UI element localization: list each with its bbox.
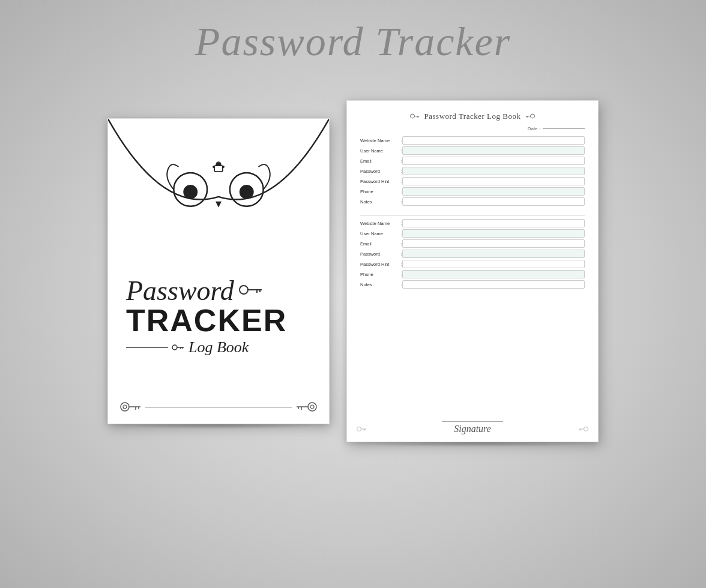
field-input-email-1[interactable] <box>402 157 585 165</box>
svg-point-21 <box>308 403 316 411</box>
cover-logbook-label: Log Book <box>189 338 249 356</box>
bottom-key-left-icon <box>120 401 142 413</box>
svg-point-38 <box>584 427 588 431</box>
cover-password-label: Password <box>126 277 263 305</box>
field-label-notes-1: Notes: <box>360 199 402 205</box>
date-line: Date : <box>360 126 585 131</box>
book-cover: Password TRACKER <box>107 118 330 424</box>
field-row-password-2: Password: <box>360 250 585 258</box>
field-row-phone-1: Phone: <box>360 187 585 196</box>
entry-block-1: Website Name: User Name: Email: Password… <box>360 136 585 208</box>
svg-point-3 <box>240 185 254 199</box>
field-label-password-2: Password: <box>360 251 402 257</box>
date-underline <box>543 128 585 129</box>
svg-rect-4 <box>214 166 223 172</box>
entry-divider <box>360 215 585 216</box>
svg-point-16 <box>121 403 129 411</box>
field-input-hint-2[interactable] <box>402 260 585 268</box>
field-row-username-2: User Name: <box>360 229 585 238</box>
field-label-email-1: Email: <box>360 158 402 164</box>
book-interior-wrapper: Password Tracker Log Book Date : <box>346 100 599 447</box>
main-title: Password Tracker <box>195 18 511 65</box>
field-row-notes-2: Notes: <box>360 280 585 289</box>
interior-title-row: Password Tracker Log Book <box>360 112 585 121</box>
header-key-right-icon <box>525 113 535 120</box>
field-row-phone-2: Phone: <box>360 270 585 278</box>
field-input-phone-1[interactable] <box>402 187 585 196</box>
cover-bottom-bar <box>108 401 329 413</box>
field-row-website-2: Website Name: <box>360 219 585 227</box>
interior-header: Password Tracker Log Book <box>360 112 585 121</box>
signature-label: Signature <box>442 421 503 434</box>
cover-text-area: Password TRACKER <box>108 239 329 395</box>
svg-point-1 <box>183 185 198 199</box>
field-input-hint-1[interactable] <box>402 177 585 185</box>
field-input-email-2[interactable] <box>402 239 585 248</box>
cover-tracker-label: TRACKER <box>126 305 287 336</box>
books-container: Password TRACKER <box>107 82 599 447</box>
field-label-website-1: Website Name: <box>360 138 402 143</box>
footer-key-left-icon <box>357 424 367 434</box>
svg-point-22 <box>310 405 314 409</box>
field-label-phone-1: Phone: <box>360 189 402 194</box>
owl-decoration <box>108 119 329 239</box>
field-row-email-1: Email: <box>360 157 585 165</box>
book-cover-wrapper: Password TRACKER <box>107 118 330 429</box>
interior-title-text: Password Tracker Log Book <box>424 112 521 121</box>
field-input-password-2[interactable] <box>402 250 585 258</box>
svg-point-17 <box>123 405 127 409</box>
field-row-hint-2: Password Hint: <box>360 260 585 268</box>
field-input-username-1[interactable] <box>402 146 585 155</box>
field-row-email-2: Email: <box>360 239 585 248</box>
field-label-password-1: Password: <box>360 169 402 174</box>
field-input-website-2[interactable] <box>402 219 585 227</box>
cover-logbook-line: Log Book <box>126 338 249 356</box>
svg-point-34 <box>357 427 361 431</box>
bottom-key-right-icon <box>295 401 317 413</box>
date-label: Date : <box>528 126 540 131</box>
field-label-phone-2: Phone: <box>360 272 402 277</box>
field-row-password-1: Password: <box>360 167 585 175</box>
field-label-notes-2: Notes: <box>360 282 402 287</box>
svg-point-30 <box>531 114 535 118</box>
field-row-notes-1: Notes: <box>360 197 585 206</box>
field-label-email-2: Email: <box>360 241 402 247</box>
entry-block-2: Website Name: User Name: Email: Password… <box>360 219 585 290</box>
svg-point-26 <box>410 114 414 118</box>
field-input-website-1[interactable] <box>402 136 585 145</box>
field-label-username-1: User Name: <box>360 148 402 154</box>
svg-point-5 <box>217 163 220 166</box>
field-input-notes-1[interactable] <box>402 197 585 206</box>
field-row-hint-1: Password Hint: <box>360 177 585 185</box>
svg-point-8 <box>240 286 248 294</box>
footer-key-right-icon <box>578 424 588 434</box>
book-interior: Password Tracker Log Book Date : <box>346 100 599 442</box>
interior-footer: Signature <box>360 419 585 434</box>
svg-point-7 <box>222 166 225 168</box>
field-input-username-2[interactable] <box>402 229 585 238</box>
field-row-username-1: User Name: <box>360 146 585 155</box>
field-label-username-2: User Name: <box>360 231 402 236</box>
field-label-hint-2: Password Hint: <box>360 262 402 267</box>
field-input-notes-2[interactable] <box>402 280 585 289</box>
svg-point-12 <box>172 345 177 350</box>
svg-point-6 <box>213 166 215 168</box>
field-input-phone-2[interactable] <box>402 270 585 278</box>
field-label-website-2: Website Name: <box>360 221 402 226</box>
header-key-left-icon <box>410 113 420 120</box>
key-icon-cover <box>239 284 263 298</box>
field-row-website-1: Website Name: <box>360 136 585 145</box>
field-input-password-1[interactable] <box>402 167 585 175</box>
field-label-hint-1: Password Hint: <box>360 179 402 184</box>
